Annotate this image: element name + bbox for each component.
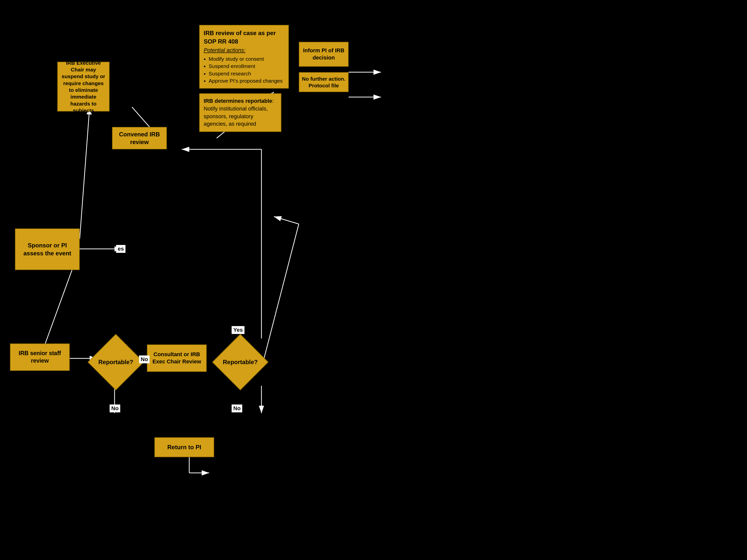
yes1-label: Yes	[232, 326, 244, 334]
irb-determines-title: IRB determines reportable	[204, 98, 272, 104]
arrows-svg	[0, 0, 747, 560]
sponsor-pi-box: Sponsor or PI assess the event	[15, 229, 80, 270]
irb-review-box: IRB review of case as per SOP RR 408 Pot…	[199, 25, 289, 88]
diamond2-wrapper: Reportable?	[216, 339, 264, 386]
svg-line-10	[80, 107, 89, 239]
irb-review-title: IRB review of case as per SOP RR 408	[204, 29, 284, 46]
irb-review-subtitle: Potential actions:	[204, 47, 284, 54]
inform-pi-box: Inform PI of IRB decision	[299, 42, 349, 67]
no-further-action-box: No further action. Protocol file	[299, 72, 349, 92]
diamond1-label: Reportable?	[97, 358, 134, 366]
irb-executive-chair-box: IRB Executive Chair may suspend study or…	[57, 62, 109, 111]
irb-senior-staff-box: IRB senior staff review	[10, 344, 70, 371]
diamond2-label: Reportable?	[222, 358, 259, 366]
irb-determines-box: IRB determines reportable: Notify instit…	[199, 93, 281, 132]
no1-label: No	[139, 355, 150, 364]
return-to-pi-box: Return to PI	[154, 437, 214, 457]
es-label: es	[116, 245, 126, 253]
flowchart: Sponsor or PI assess the event IRB Execu…	[0, 0, 747, 560]
no3-label: No	[232, 404, 242, 412]
irb-review-list: Modify study or consent Suspend enrollme…	[204, 55, 284, 85]
diamond1-wrapper: Reportable?	[92, 339, 139, 386]
svg-line-17	[274, 216, 299, 224]
no2-label: No	[109, 404, 120, 412]
svg-line-16	[261, 224, 299, 368]
convened-irb-box: Convened IRB review	[112, 127, 167, 149]
consultant-irb-box: Consultant or IRB Exec Chair Review	[147, 344, 207, 372]
